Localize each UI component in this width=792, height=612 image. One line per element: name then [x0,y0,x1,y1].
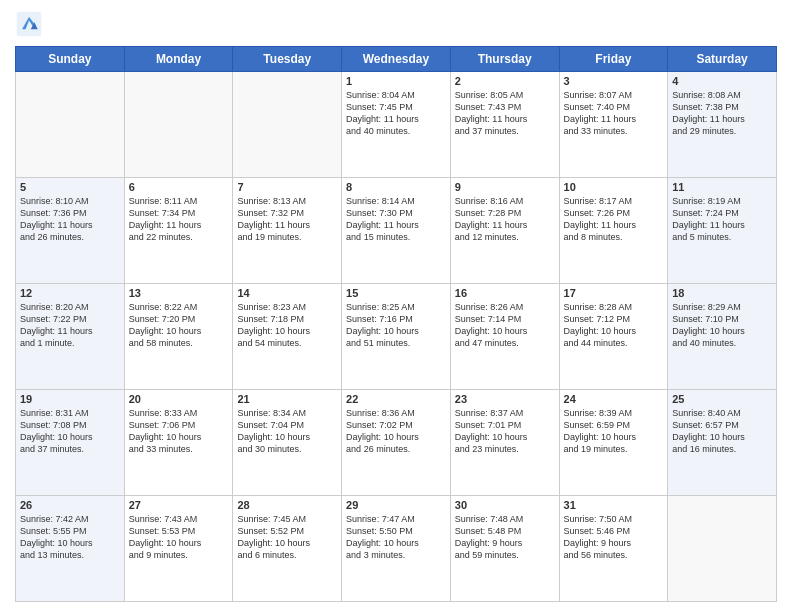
calendar-cell: 13Sunrise: 8:22 AM Sunset: 7:20 PM Dayli… [124,284,233,390]
cell-content: Sunrise: 8:36 AM Sunset: 7:02 PM Dayligh… [346,407,446,456]
col-header-monday: Monday [124,47,233,72]
cell-content: Sunrise: 8:33 AM Sunset: 7:06 PM Dayligh… [129,407,229,456]
cell-content: Sunrise: 7:43 AM Sunset: 5:53 PM Dayligh… [129,513,229,562]
calendar-cell: 19Sunrise: 8:31 AM Sunset: 7:08 PM Dayli… [16,390,125,496]
calendar-cell: 20Sunrise: 8:33 AM Sunset: 7:06 PM Dayli… [124,390,233,496]
cell-content: Sunrise: 8:40 AM Sunset: 6:57 PM Dayligh… [672,407,772,456]
cell-content: Sunrise: 8:19 AM Sunset: 7:24 PM Dayligh… [672,195,772,244]
cell-content: Sunrise: 8:23 AM Sunset: 7:18 PM Dayligh… [237,301,337,350]
calendar-cell: 17Sunrise: 8:28 AM Sunset: 7:12 PM Dayli… [559,284,668,390]
cell-content: Sunrise: 7:50 AM Sunset: 5:46 PM Dayligh… [564,513,664,562]
day-number: 8 [346,181,446,193]
day-number: 29 [346,499,446,511]
calendar-cell: 18Sunrise: 8:29 AM Sunset: 7:10 PM Dayli… [668,284,777,390]
calendar-cell: 15Sunrise: 8:25 AM Sunset: 7:16 PM Dayli… [342,284,451,390]
day-number: 26 [20,499,120,511]
day-number: 25 [672,393,772,405]
cell-content: Sunrise: 7:42 AM Sunset: 5:55 PM Dayligh… [20,513,120,562]
calendar-cell [233,72,342,178]
calendar-cell: 1Sunrise: 8:04 AM Sunset: 7:45 PM Daylig… [342,72,451,178]
week-row-0: 1Sunrise: 8:04 AM Sunset: 7:45 PM Daylig… [16,72,777,178]
week-row-2: 12Sunrise: 8:20 AM Sunset: 7:22 PM Dayli… [16,284,777,390]
day-number: 16 [455,287,555,299]
svg-rect-0 [17,12,42,37]
day-number: 15 [346,287,446,299]
cell-content: Sunrise: 7:47 AM Sunset: 5:50 PM Dayligh… [346,513,446,562]
calendar-cell: 8Sunrise: 8:14 AM Sunset: 7:30 PM Daylig… [342,178,451,284]
day-number: 11 [672,181,772,193]
header [15,10,777,38]
calendar-cell: 22Sunrise: 8:36 AM Sunset: 7:02 PM Dayli… [342,390,451,496]
col-header-saturday: Saturday [668,47,777,72]
day-number: 31 [564,499,664,511]
logo [15,10,45,38]
calendar-cell: 30Sunrise: 7:48 AM Sunset: 5:48 PM Dayli… [450,496,559,602]
day-number: 17 [564,287,664,299]
calendar-cell: 27Sunrise: 7:43 AM Sunset: 5:53 PM Dayli… [124,496,233,602]
col-header-sunday: Sunday [16,47,125,72]
calendar-cell: 9Sunrise: 8:16 AM Sunset: 7:28 PM Daylig… [450,178,559,284]
calendar-cell: 29Sunrise: 7:47 AM Sunset: 5:50 PM Dayli… [342,496,451,602]
cell-content: Sunrise: 8:04 AM Sunset: 7:45 PM Dayligh… [346,89,446,138]
calendar-cell: 6Sunrise: 8:11 AM Sunset: 7:34 PM Daylig… [124,178,233,284]
cell-content: Sunrise: 7:48 AM Sunset: 5:48 PM Dayligh… [455,513,555,562]
day-number: 27 [129,499,229,511]
calendar-cell: 21Sunrise: 8:34 AM Sunset: 7:04 PM Dayli… [233,390,342,496]
day-number: 7 [237,181,337,193]
day-number: 9 [455,181,555,193]
cell-content: Sunrise: 8:11 AM Sunset: 7:34 PM Dayligh… [129,195,229,244]
day-number: 5 [20,181,120,193]
calendar-cell: 5Sunrise: 8:10 AM Sunset: 7:36 PM Daylig… [16,178,125,284]
cell-content: Sunrise: 8:37 AM Sunset: 7:01 PM Dayligh… [455,407,555,456]
calendar-cell: 23Sunrise: 8:37 AM Sunset: 7:01 PM Dayli… [450,390,559,496]
day-number: 20 [129,393,229,405]
calendar-cell: 4Sunrise: 8:08 AM Sunset: 7:38 PM Daylig… [668,72,777,178]
col-header-thursday: Thursday [450,47,559,72]
week-row-1: 5Sunrise: 8:10 AM Sunset: 7:36 PM Daylig… [16,178,777,284]
cell-content: Sunrise: 8:10 AM Sunset: 7:36 PM Dayligh… [20,195,120,244]
cell-content: Sunrise: 8:08 AM Sunset: 7:38 PM Dayligh… [672,89,772,138]
day-number: 24 [564,393,664,405]
day-number: 19 [20,393,120,405]
cell-content: Sunrise: 8:29 AM Sunset: 7:10 PM Dayligh… [672,301,772,350]
day-number: 3 [564,75,664,87]
logo-icon [15,10,43,38]
calendar-cell: 12Sunrise: 8:20 AM Sunset: 7:22 PM Dayli… [16,284,125,390]
day-number: 18 [672,287,772,299]
cell-content: Sunrise: 8:07 AM Sunset: 7:40 PM Dayligh… [564,89,664,138]
header-row: SundayMondayTuesdayWednesdayThursdayFrid… [16,47,777,72]
page: SundayMondayTuesdayWednesdayThursdayFrid… [0,0,792,612]
calendar-cell: 31Sunrise: 7:50 AM Sunset: 5:46 PM Dayli… [559,496,668,602]
col-header-tuesday: Tuesday [233,47,342,72]
day-number: 22 [346,393,446,405]
cell-content: Sunrise: 8:39 AM Sunset: 6:59 PM Dayligh… [564,407,664,456]
week-row-3: 19Sunrise: 8:31 AM Sunset: 7:08 PM Dayli… [16,390,777,496]
day-number: 28 [237,499,337,511]
calendar-cell: 2Sunrise: 8:05 AM Sunset: 7:43 PM Daylig… [450,72,559,178]
col-header-wednesday: Wednesday [342,47,451,72]
day-number: 14 [237,287,337,299]
calendar-cell: 10Sunrise: 8:17 AM Sunset: 7:26 PM Dayli… [559,178,668,284]
cell-content: Sunrise: 7:45 AM Sunset: 5:52 PM Dayligh… [237,513,337,562]
calendar-cell: 11Sunrise: 8:19 AM Sunset: 7:24 PM Dayli… [668,178,777,284]
calendar-cell: 24Sunrise: 8:39 AM Sunset: 6:59 PM Dayli… [559,390,668,496]
calendar-cell: 25Sunrise: 8:40 AM Sunset: 6:57 PM Dayli… [668,390,777,496]
cell-content: Sunrise: 8:20 AM Sunset: 7:22 PM Dayligh… [20,301,120,350]
day-number: 4 [672,75,772,87]
day-number: 21 [237,393,337,405]
calendar-cell [124,72,233,178]
cell-content: Sunrise: 8:22 AM Sunset: 7:20 PM Dayligh… [129,301,229,350]
cell-content: Sunrise: 8:13 AM Sunset: 7:32 PM Dayligh… [237,195,337,244]
day-number: 10 [564,181,664,193]
calendar-cell [668,496,777,602]
cell-content: Sunrise: 8:14 AM Sunset: 7:30 PM Dayligh… [346,195,446,244]
day-number: 2 [455,75,555,87]
cell-content: Sunrise: 8:16 AM Sunset: 7:28 PM Dayligh… [455,195,555,244]
day-number: 1 [346,75,446,87]
calendar-cell: 7Sunrise: 8:13 AM Sunset: 7:32 PM Daylig… [233,178,342,284]
calendar-cell: 3Sunrise: 8:07 AM Sunset: 7:40 PM Daylig… [559,72,668,178]
col-header-friday: Friday [559,47,668,72]
cell-content: Sunrise: 8:05 AM Sunset: 7:43 PM Dayligh… [455,89,555,138]
calendar-table: SundayMondayTuesdayWednesdayThursdayFrid… [15,46,777,602]
day-number: 23 [455,393,555,405]
